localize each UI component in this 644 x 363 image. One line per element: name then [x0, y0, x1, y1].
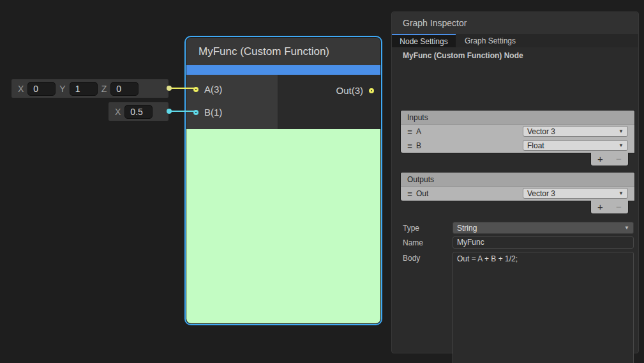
inputs-add-remove-strip: + − — [591, 153, 628, 166]
chevron-down-icon: ▼ — [618, 143, 624, 148]
outputs-add-remove-strip: + − — [591, 201, 628, 213]
inspector-content: MyFunc (Custom Function) Node Inputs = A… — [392, 47, 638, 353]
z-value-field[interactable]: 0 — [110, 82, 139, 96]
input-row-b: = B Float ▼ — [401, 139, 634, 153]
port-out-label: Out(3) — [336, 85, 363, 96]
port-row-out: Out(3) — [336, 85, 374, 96]
output-out-type-dropdown[interactable]: Vector 3 ▼ — [523, 188, 628, 199]
add-output-button[interactable]: + — [597, 201, 603, 213]
reorder-handle-icon[interactable]: = — [405, 141, 415, 151]
wire-a-vector3[interactable] — [169, 88, 198, 89]
x-field-label: X — [18, 84, 24, 94]
tab-graph-settings[interactable]: Graph Settings — [456, 34, 525, 47]
wire-b-float[interactable] — [169, 111, 198, 112]
y-value-field[interactable]: 1 — [70, 82, 98, 96]
type-dropdown[interactable]: String ▼ — [453, 222, 634, 234]
float-connector-dot-icon[interactable] — [167, 109, 172, 114]
float-value-field[interactable]: 0.5 — [124, 105, 153, 119]
y-field-label: Y — [59, 84, 65, 94]
type-dropdown-value: String — [457, 224, 477, 233]
inspector-title[interactable]: Graph Inspector — [392, 12, 638, 34]
chevron-down-icon: ▼ — [618, 128, 624, 134]
input-a-type-value: Vector 3 — [527, 127, 555, 136]
inputs-section-title: Inputs — [401, 111, 634, 125]
node-preview-area — [186, 129, 380, 323]
port-row-b: B(1) — [193, 107, 222, 118]
node-port-area: A(3) B(1) Out(3) — [186, 75, 380, 129]
custom-function-node[interactable]: MyFunc (Custom Function) A(3) B(1) Out(3… — [184, 36, 382, 325]
vector3-inline-widget: X 0 Y 1 Z 0 — [11, 79, 168, 98]
outputs-section-title: Outputs — [401, 173, 634, 187]
graph-inspector-panel: Graph Inspector Node Settings Graph Sett… — [391, 12, 639, 353]
node-input-port-section — [186, 75, 278, 129]
function-name-input[interactable]: MyFunc — [453, 236, 634, 249]
output-row-out: = Out Vector 3 ▼ — [401, 187, 634, 201]
input-b-type-value: Float — [527, 141, 544, 150]
add-input-button[interactable]: + — [597, 153, 603, 165]
input-b-name: B — [416, 141, 421, 150]
function-body-textarea[interactable]: Out = A + B + 1/2; — [453, 252, 634, 363]
tab-node-settings[interactable]: Node Settings — [392, 34, 456, 47]
float-inline-widget: X 0.5 — [109, 102, 168, 121]
selected-node-heading: MyFunc (Custom Function) Node — [403, 51, 523, 60]
chevron-down-icon: ▼ — [624, 225, 629, 231]
reorder-handle-icon[interactable]: = — [405, 127, 415, 137]
port-b-label: B(1) — [204, 107, 222, 118]
port-out-icon[interactable] — [369, 88, 374, 93]
output-out-type-value: Vector 3 — [527, 189, 555, 198]
type-field-label: Type — [403, 224, 419, 233]
x-field-label: X — [115, 107, 121, 117]
name-field-label: Name — [403, 238, 423, 247]
node-title[interactable]: MyFunc (Custom Function) — [186, 38, 380, 65]
input-row-a: = A Vector 3 ▼ — [401, 125, 634, 139]
input-a-name: A — [416, 127, 421, 136]
z-field-label: Z — [101, 84, 107, 94]
remove-input-button[interactable]: − — [616, 153, 622, 165]
remove-output-button[interactable]: − — [616, 201, 622, 213]
port-a-label: A(3) — [204, 84, 222, 95]
inspector-tab-bar: Node Settings Graph Settings — [392, 34, 638, 47]
inputs-section: Inputs = A Vector 3 ▼ = B Float ▼ — [401, 111, 634, 153]
outputs-section: Outputs = Out Vector 3 ▼ — [401, 173, 634, 201]
body-field-label: Body — [403, 254, 420, 263]
x-value-field[interactable]: 0 — [27, 82, 56, 96]
node-body: MyFunc (Custom Function) A(3) B(1) Out(3… — [186, 38, 380, 323]
output-out-name: Out — [416, 189, 428, 198]
reorder-handle-icon[interactable]: = — [405, 189, 415, 199]
input-b-type-dropdown[interactable]: Float ▼ — [523, 140, 628, 151]
node-color-bar — [186, 65, 380, 75]
chevron-down-icon: ▼ — [618, 190, 624, 196]
input-a-type-dropdown[interactable]: Vector 3 ▼ — [523, 126, 628, 137]
port-row-a: A(3) — [193, 84, 222, 95]
vector3-connector-dot-icon[interactable] — [167, 86, 172, 91]
shader-graph-workspace: X 0 Y 1 Z 0 X 0.5 MyFunc (Custom Functio… — [0, 0, 644, 363]
